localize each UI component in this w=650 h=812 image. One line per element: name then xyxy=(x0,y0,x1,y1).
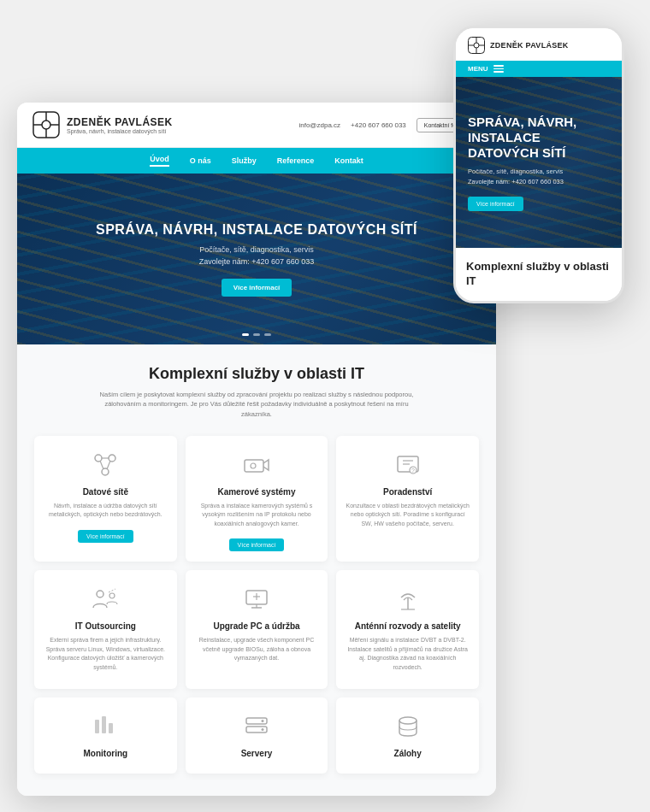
nav-onas[interactable]: O nás xyxy=(190,156,211,165)
logo-tagline: Správa, návrh, instalace datových sítí xyxy=(67,128,173,134)
svg-point-38 xyxy=(474,43,479,48)
svg-rect-31 xyxy=(109,723,113,733)
mobile-logo: ZDENĚK PAVLÁSEK xyxy=(468,37,569,54)
mobile-section-title: Komplexní služby v oblasti IT xyxy=(466,260,612,289)
svg-line-21 xyxy=(109,589,115,592)
hero-content: SPRÁVA, NÁVRH, INSTALACE DATOVÝCH SÍTÍ P… xyxy=(96,221,417,297)
card-kamerove: Kamerové systémy Správa a instalace kame… xyxy=(186,436,328,562)
card-poradenstvi: ? Poradenství Konzultace v oblasti bezdr… xyxy=(336,436,479,562)
svg-point-35 xyxy=(261,728,263,731)
hamburger-icon xyxy=(493,65,504,73)
mobile-hero-sub: Počítače, sítě, diagnostika, servis xyxy=(468,168,610,175)
card-datove-site: Datové sítě Návrh, instalace a údržba da… xyxy=(34,436,177,562)
svg-point-8 xyxy=(102,468,109,475)
svg-rect-29 xyxy=(95,720,99,733)
hamburger-line-3 xyxy=(493,71,504,73)
svg-point-6 xyxy=(95,455,102,462)
svg-point-7 xyxy=(109,455,115,462)
card-upgrade-pc: Upgrade PC a údržba Reinstalace, upgrade… xyxy=(186,570,328,689)
mobile-mockup: ZDENĚK PAVLÁSEK MENU SPRÁVA, NÁVRH, INST… xyxy=(453,26,624,303)
svg-point-1 xyxy=(42,121,50,129)
mobile-menu-bar[interactable]: MENU xyxy=(456,61,622,77)
monitoring-icon xyxy=(90,711,121,742)
server-icon xyxy=(241,711,272,742)
card-database: Zálohy xyxy=(336,697,479,774)
hero-dot-3 xyxy=(264,333,271,336)
cards-grid: Datové sítě Návrh, instalace a údržba da… xyxy=(34,436,479,690)
hero-title: SPRÁVA, NÁVRH, INSTALACE DATOVÝCH SÍTÍ xyxy=(96,221,417,239)
hero-dot-2 xyxy=(253,333,260,336)
logo-name: ZDENĚK PAVLÁSEK xyxy=(67,116,173,128)
card-4-desc: Externí správa firem a jejich infrastruk… xyxy=(43,636,168,672)
mobile-menu-label: MENU xyxy=(468,65,488,73)
desktop-hero: SPRÁVA, NÁVRH, INSTALACE DATOVÝCH SÍTÍ P… xyxy=(17,174,496,344)
svg-text:?: ? xyxy=(411,468,415,474)
card-monitoring: Monitoring xyxy=(34,697,177,774)
camera-icon xyxy=(241,450,272,480)
card-7-title: Monitoring xyxy=(43,749,168,758)
mobile-hero-phone: Zavolejte nám: +420 607 660 033 xyxy=(468,178,610,185)
nav-sluzby[interactable]: Služby xyxy=(232,156,257,165)
logo-icon xyxy=(32,111,60,138)
contact-email: info@zdpa.cz xyxy=(298,121,340,129)
nav-reference[interactable]: Reference xyxy=(277,156,315,165)
desktop-section: Komplexní služby v oblasti IT Naším cíle… xyxy=(17,344,496,796)
section-desc: Naším cílem je poskytovat komplexní služ… xyxy=(94,390,419,419)
hamburger-line-1 xyxy=(493,65,504,67)
desktop-nav: Úvod O nás Služby Reference Kontakt xyxy=(17,148,496,174)
section-title: Komplexní služby v oblasti IT xyxy=(34,365,479,383)
nav-uvod[interactable]: Úvod xyxy=(150,155,169,167)
card-5-desc: Reinstalace, upgrade všech komponent PC … xyxy=(194,636,320,663)
svg-point-13 xyxy=(251,463,256,468)
antenna-icon xyxy=(393,584,423,615)
mobile-header: ZDENĚK PAVLÁSEK xyxy=(456,28,622,61)
desktop-header: ZDENĚK PAVLÁSEK Správa, návrh, instalace… xyxy=(17,103,496,148)
svg-rect-12 xyxy=(245,460,263,472)
card-6-desc: Měření signálu a instalace DVBT a DVBT-2… xyxy=(345,636,470,672)
desktop-logo: ZDENĚK PAVLÁSEK Správa, návrh, instalace… xyxy=(32,111,173,138)
svg-point-20 xyxy=(109,593,115,598)
hero-dots xyxy=(242,333,271,336)
mobile-hero-title: SPRÁVA, NÁVRH, INSTALACE DATOVÝCH SÍTÍ xyxy=(468,115,610,161)
card-4-title: IT Outsourcing xyxy=(43,621,168,631)
mobile-hero-content: SPRÁVA, NÁVRH, INSTALACE DATOVÝCH SÍTÍ P… xyxy=(456,103,622,223)
hero-phone: Zavolejte nám: +420 607 660 033 xyxy=(96,257,417,266)
card-1-desc: Návrh, instalace a údržba datových sítí … xyxy=(43,502,168,520)
hero-more-button[interactable]: Více informací xyxy=(222,279,292,297)
logo-text-block: ZDENĚK PAVLÁSEK Správa, návrh, instalace… xyxy=(67,116,173,134)
card-2-desc: Správa a instalace kamerových systémů s … xyxy=(194,502,320,529)
card-server: Servery xyxy=(186,697,328,774)
card-anteny: Anténní rozvody a satelity Měření signál… xyxy=(336,570,479,689)
desktop-mockup: ZDENĚK PAVLÁSEK Správa, návrh, instalace… xyxy=(17,103,496,796)
card-5-title: Upgrade PC a údržba xyxy=(194,621,320,631)
svg-line-10 xyxy=(100,461,103,469)
svg-point-34 xyxy=(261,720,263,722)
card-3-desc: Konzultace v oblasti bezdrátových metali… xyxy=(345,502,470,529)
hamburger-line-2 xyxy=(493,68,504,70)
mobile-section: Komplexní služby v oblasti IT xyxy=(456,248,622,301)
cards-grid-2: Monitoring Servery xyxy=(34,697,479,774)
nav-kontakt[interactable]: Kontakt xyxy=(334,156,363,165)
network-icon xyxy=(90,450,121,480)
svg-rect-30 xyxy=(102,716,106,733)
card-2-btn[interactable]: Více informací xyxy=(229,538,285,551)
mobile-hero-btn[interactable]: Více informací xyxy=(468,197,523,211)
card-2-title: Kamerové systémy xyxy=(194,487,320,497)
svg-line-11 xyxy=(107,461,110,469)
database-icon xyxy=(393,711,423,742)
card-8-title: Servery xyxy=(194,749,320,758)
card-it-outsourcing: IT Outsourcing Externí správa firem a je… xyxy=(34,570,177,689)
mobile-logo-name: ZDENĚK PAVLÁSEK xyxy=(490,41,569,50)
mobile-logo-icon xyxy=(468,37,485,54)
contact-phone: +420 607 660 033 xyxy=(351,121,406,129)
svg-point-36 xyxy=(399,717,417,724)
card-6-title: Anténní rozvody a satelity xyxy=(345,621,470,631)
card-3-title: Poradenství xyxy=(345,487,470,497)
card-9-title: Zálohy xyxy=(345,749,470,758)
card-1-title: Datové sítě xyxy=(43,487,168,497)
card-1-btn[interactable]: Více informací xyxy=(78,530,133,543)
svg-point-19 xyxy=(97,591,103,597)
hero-subtitle: Počítače, sítě, diagnostika, servis xyxy=(96,245,417,254)
consulting-icon: ? xyxy=(393,450,423,480)
mobile-hero: SPRÁVA, NÁVRH, INSTALACE DATOVÝCH SÍTÍ P… xyxy=(456,77,622,248)
